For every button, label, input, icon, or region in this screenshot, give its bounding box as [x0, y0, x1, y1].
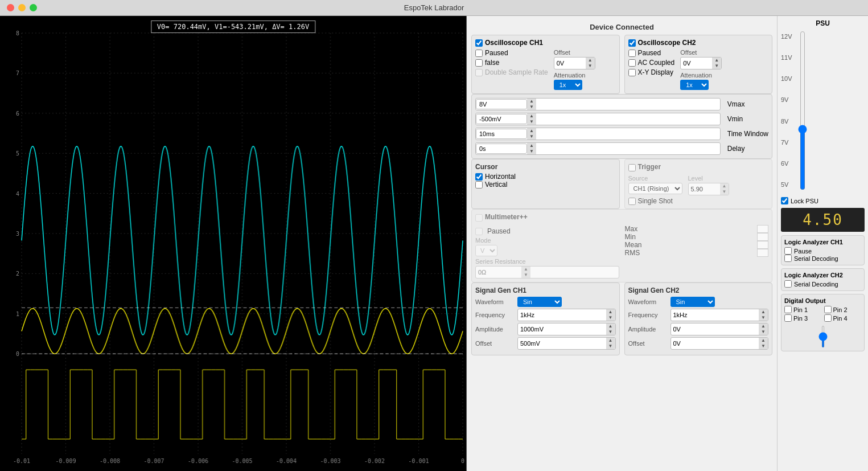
timewindow-input[interactable]: ▲ ▼: [475, 128, 721, 140]
siggen1-offset-down[interactable]: ▼: [606, 343, 615, 349]
vmin-value[interactable]: [476, 114, 527, 124]
siggen1-amp-up[interactable]: ▲: [606, 323, 615, 329]
title-bar: EspoTek Labrador: [0, 0, 868, 16]
multimeter-mode-select[interactable]: VAΩ: [475, 245, 497, 256]
siggen2-freq-up[interactable]: ▲: [759, 309, 768, 315]
siggen2-offset-input[interactable]: ▲ ▼: [670, 337, 769, 350]
multimeter-sr-down[interactable]: ▼: [521, 272, 530, 278]
ch1-attenuation-select[interactable]: 1x2x5x10x: [554, 80, 582, 90]
vmax-value[interactable]: [476, 99, 527, 109]
ch2-enable-checkbox[interactable]: [628, 39, 636, 47]
dig-out-slider[interactable]: [822, 325, 824, 348]
trigger-enable-checkbox[interactable]: [628, 164, 636, 171]
ch1-offset-input[interactable]: ▲ ▼: [554, 57, 595, 69]
delay-down[interactable]: ▼: [527, 149, 536, 154]
vmax-up[interactable]: ▲: [527, 99, 536, 104]
pin3-row: Pin 3: [784, 314, 822, 322]
vmax-input[interactable]: ▲ ▼: [475, 98, 721, 110]
multimeter-sr-up[interactable]: ▲: [521, 267, 530, 272]
trigger-source-level-row: Source CH1 (Rising) CH1 (Falling) CH2 (R…: [628, 175, 769, 195]
pin4-checkbox[interactable]: [824, 314, 832, 322]
timewindow-up[interactable]: ▲: [527, 128, 536, 134]
cursor-horizontal-checkbox[interactable]: [475, 173, 483, 181]
timewindow-down[interactable]: ▼: [527, 134, 536, 140]
siggen1-amp-input[interactable]: ▲ ▼: [517, 323, 616, 335]
siggen1-freq-up[interactable]: ▲: [606, 309, 615, 315]
siggen1-offset-input[interactable]: ▲ ▼: [517, 337, 616, 350]
multimeter-paused-checkbox[interactable]: [475, 228, 483, 235]
ch2-attenuation-select[interactable]: 1x2x5x10x: [680, 80, 709, 90]
ch1-offset-up[interactable]: ▲: [586, 58, 595, 63]
multimeter-sr-input[interactable]: ▲ ▼: [475, 266, 619, 278]
multimeter-sr-value[interactable]: [476, 268, 521, 277]
minimize-button[interactable]: [18, 4, 26, 11]
waveform-canvas[interactable]: [0, 16, 466, 471]
logic-ch1-pause-checkbox[interactable]: [784, 247, 792, 255]
ch2-offset-up[interactable]: ▲: [712, 58, 721, 63]
vmin-up[interactable]: ▲: [527, 113, 536, 119]
psu-voltage-slider[interactable]: [796, 31, 809, 190]
ch1-offset-down[interactable]: ▼: [586, 63, 595, 69]
siggen2-freq-down[interactable]: ▼: [759, 315, 768, 321]
cursor-vertical-checkbox[interactable]: [475, 181, 483, 189]
delay-input[interactable]: ▲ ▼: [475, 142, 721, 155]
ch1-paused-checkbox[interactable]: [475, 50, 483, 57]
siggen2-freq-value[interactable]: [671, 310, 759, 320]
window-controls[interactable]: [7, 4, 37, 11]
ch1-enable-checkbox[interactable]: [475, 39, 483, 47]
ch1-options: Paused false Double Sample Rate: [475, 49, 548, 90]
siggen2-amp-value[interactable]: [671, 325, 759, 334]
trigger-level-input[interactable]: ▲ ▼: [688, 183, 730, 195]
vmin-down[interactable]: ▼: [527, 119, 536, 125]
trigger-level-up[interactable]: ▲: [720, 183, 729, 189]
timewindow-value[interactable]: [476, 129, 527, 139]
vmax-down[interactable]: ▼: [527, 104, 536, 110]
pin3-checkbox[interactable]: [784, 314, 792, 322]
siggen1-offset-up[interactable]: ▲: [606, 338, 615, 343]
cursor-trigger-row: Cursor Horizontal Vertical Trigger: [471, 159, 772, 209]
trigger-level-down[interactable]: ▼: [720, 189, 729, 195]
multimeter-enable-checkbox[interactable]: [475, 214, 483, 222]
ch2-paused-checkbox[interactable]: [628, 50, 636, 57]
ch1-dsr-checkbox[interactable]: [475, 69, 483, 76]
trigger-source-select[interactable]: CH1 (Rising) CH1 (Falling) CH2 (Rising) …: [628, 183, 682, 194]
vmin-input[interactable]: ▲ ▼: [475, 113, 721, 125]
close-button[interactable]: [7, 4, 14, 11]
maximize-button[interactable]: [30, 4, 37, 11]
trigger-level-value[interactable]: [689, 185, 720, 194]
logic-ch2-serial-checkbox[interactable]: [784, 280, 792, 288]
siggen2-offset-value[interactable]: [671, 339, 759, 348]
siggen1-freq-down[interactable]: ▼: [606, 315, 615, 321]
ch1-ac-checkbox[interactable]: [475, 59, 483, 67]
siggen1-offset-value[interactable]: [518, 339, 606, 348]
siggen1-freq-value[interactable]: [518, 310, 606, 320]
siggen1-freq-input[interactable]: ▲ ▼: [517, 309, 616, 321]
siggen1-waveform-select[interactable]: SinSquareSawtoothTriangle: [517, 297, 562, 307]
siggen2-offset-down[interactable]: ▼: [759, 343, 768, 349]
logic-ch1-serial-checkbox[interactable]: [784, 255, 792, 262]
ch2-offset-input[interactable]: ▲ ▼: [680, 57, 722, 69]
ch1-offset-value[interactable]: [554, 59, 586, 68]
multimeter-mode-label: Mode: [475, 237, 619, 244]
siggen2-amp-input[interactable]: ▲ ▼: [670, 323, 769, 335]
siggen2-offset-up[interactable]: ▲: [759, 338, 768, 343]
timewindow-label: Time Window: [727, 130, 768, 138]
ch2-xy-checkbox[interactable]: [628, 69, 636, 76]
siggen2-freq-input[interactable]: ▲ ▼: [670, 309, 769, 321]
siggen2-amp-up[interactable]: ▲: [759, 323, 768, 329]
pin1-checkbox[interactable]: [784, 306, 792, 313]
siggen2-amp-down[interactable]: ▼: [759, 329, 768, 335]
siggen2-waveform-select[interactable]: SinSquareSawtoothTriangle: [670, 297, 715, 307]
delay-up[interactable]: ▲: [527, 143, 536, 149]
ch2-ac-checkbox[interactable]: [628, 59, 636, 67]
siggen1-amp-down[interactable]: ▼: [606, 329, 615, 335]
multimeter-paused-row: Paused: [475, 227, 619, 235]
pin2-checkbox[interactable]: [824, 306, 832, 313]
siggen1-amp-value[interactable]: [518, 325, 606, 334]
ch2-offset-down[interactable]: ▼: [712, 63, 721, 69]
trigger-singleshot-checkbox[interactable]: [628, 198, 636, 205]
lock-psu-checkbox[interactable]: [781, 197, 788, 204]
ch2-offset-value[interactable]: [681, 59, 712, 68]
delay-value[interactable]: [476, 144, 527, 154]
trigger-level-label: Level: [688, 175, 730, 182]
